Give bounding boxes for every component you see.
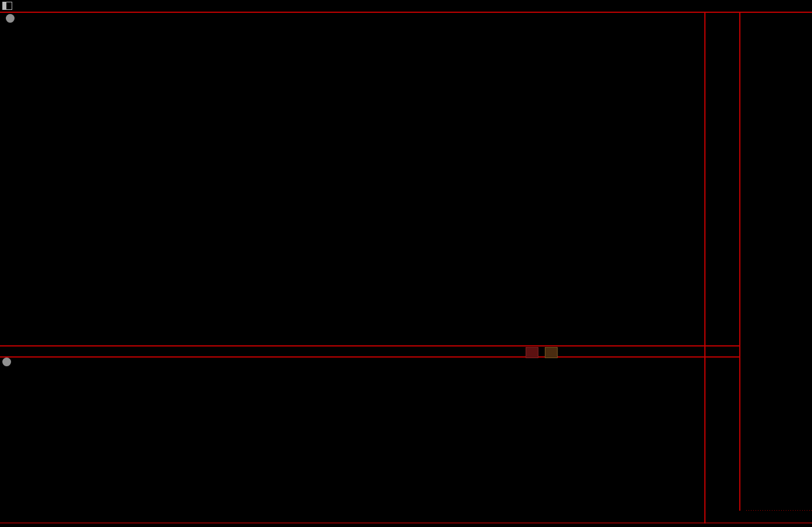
main-chart-title-row <box>2 14 25 23</box>
screen-bottom-border <box>0 522 812 524</box>
zhang-rank-badge[interactable] <box>526 347 538 358</box>
bottom-panel-top-border <box>0 356 739 358</box>
chart-lines-layer <box>0 0 812 527</box>
price-axis-border <box>704 13 705 524</box>
quote-sidebar <box>739 13 812 511</box>
bottom-panel-title-row <box>2 358 32 366</box>
clock-divider-dotted-line <box>746 510 812 511</box>
collapse-chevron-icon[interactable] <box>6 14 15 23</box>
bang-rank-badge[interactable] <box>545 347 558 358</box>
tdx-terminal-screen <box>0 0 812 527</box>
layout-icon[interactable] <box>2 2 12 10</box>
main-chart-bottom-border <box>0 345 739 346</box>
collapse-chevron-icon[interactable] <box>2 358 11 366</box>
top-toolbar <box>0 0 812 13</box>
